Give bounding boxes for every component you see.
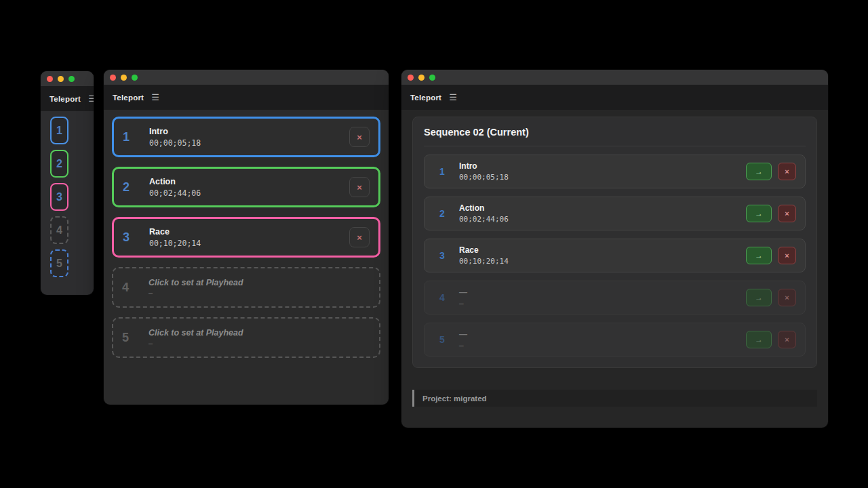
project-status-bar: Project: migrated xyxy=(412,390,817,407)
cue-name: Race xyxy=(149,227,201,237)
minimize-button[interactable] xyxy=(418,75,425,81)
sequence-row-4: 4 — – → × xyxy=(424,281,806,314)
cue-placeholder: Click to set at Playhead xyxy=(149,278,243,287)
app-title: Teleport xyxy=(50,95,81,103)
zoom-button[interactable] xyxy=(132,75,138,81)
cue-placeholder: Click to set at Playhead xyxy=(149,328,243,338)
row-info: Intro 00;00;05;18 xyxy=(459,161,509,182)
sequence-panel: Sequence 02 (Current) 1 Intro 00;00;05;1… xyxy=(412,117,817,368)
row-actions: → × xyxy=(746,289,796,306)
divider xyxy=(424,146,806,146)
cue-item-3[interactable]: 3 Race 00;10;20;14 × xyxy=(112,217,380,258)
teleport-manager-window: Teleport ☰ Sequence 02 (Current) 1 Intro… xyxy=(401,70,828,428)
zoom-button[interactable] xyxy=(68,76,75,82)
close-button[interactable] xyxy=(408,75,414,81)
row-timecode: – xyxy=(459,341,467,350)
sequence-row-1: 1 Intro 00;00;05;18 → × xyxy=(424,155,806,188)
remove-cue-2-button[interactable]: × xyxy=(778,205,796,222)
go-to-cue-3-button[interactable]: → xyxy=(746,247,772,264)
titlebar[interactable] xyxy=(104,70,389,85)
row-number: 1 xyxy=(433,166,451,177)
go-to-cue-4-button[interactable]: → xyxy=(746,289,772,306)
row-name: Intro xyxy=(459,161,509,171)
row-info: Action 00;02;44;06 xyxy=(459,203,509,224)
row-name: — xyxy=(459,287,467,297)
cue-info: Action 00;02;44;06 xyxy=(149,177,201,198)
cue-item-5[interactable]: 5 Click to set at Playhead – xyxy=(112,317,380,358)
cue-number: 5 xyxy=(122,331,140,345)
cue-timecode: 00;10;20;14 xyxy=(149,239,201,248)
remove-cue-1-button[interactable]: × xyxy=(778,163,796,180)
row-number: 3 xyxy=(433,250,451,261)
sequence-row-5: 5 — – → × xyxy=(424,323,806,357)
remove-cue-3-button[interactable]: × xyxy=(778,247,796,264)
remove-cue-4-button[interactable]: × xyxy=(778,289,796,306)
row-number: 4 xyxy=(433,292,451,303)
cue-info: Click to set at Playhead – xyxy=(149,328,243,347)
hamburger-menu-icon[interactable]: ☰ xyxy=(151,93,159,102)
sequence-row-3: 3 Race 00;10;20;14 → × xyxy=(424,239,806,272)
row-timecode: – xyxy=(459,299,467,308)
desktop: Teleport ☰ 1 2 3 4 5 Teleport ☰ 1 Intro xyxy=(0,0,868,488)
cue-item-1[interactable]: 1 Intro 00;00;05;18 × xyxy=(112,117,380,157)
mini-slot-2[interactable]: 2 xyxy=(50,150,68,178)
remove-cue-2-button[interactable]: × xyxy=(349,177,370,197)
mini-slot-4[interactable]: 4 xyxy=(50,216,68,244)
cue-name: Intro xyxy=(149,127,201,136)
row-timecode: 00;10;20;14 xyxy=(459,257,509,266)
close-button[interactable] xyxy=(110,75,116,81)
cue-number: 4 xyxy=(122,281,140,295)
row-actions: → × xyxy=(746,205,796,222)
cue-item-4[interactable]: 4 Click to set at Playhead – xyxy=(112,267,380,308)
row-name: — xyxy=(459,329,467,339)
hamburger-menu-icon[interactable]: ☰ xyxy=(88,94,94,103)
mini-slot-list: 1 2 3 4 5 xyxy=(41,111,94,277)
minimize-button[interactable] xyxy=(58,76,64,82)
teleport-mini-window: Teleport ☰ 1 2 3 4 5 xyxy=(41,71,94,295)
cue-info: Race 00;10;20;14 xyxy=(149,227,201,248)
hamburger-menu-icon[interactable]: ☰ xyxy=(449,93,457,102)
close-button[interactable] xyxy=(47,76,53,82)
app-title: Teleport xyxy=(410,94,441,102)
titlebar[interactable] xyxy=(41,71,94,86)
mini-slot-1[interactable]: 1 xyxy=(50,117,68,144)
cue-list: 1 Intro 00;00;05;18 × 2 Action 00;02;44;… xyxy=(104,110,389,358)
row-actions: → × xyxy=(746,247,796,264)
row-number: 2 xyxy=(433,208,451,219)
titlebar[interactable] xyxy=(401,70,828,85)
teleport-list-window: Teleport ☰ 1 Intro 00;00;05;18 × 2 Actio… xyxy=(104,70,389,405)
row-info: — – xyxy=(459,287,467,308)
app-header: Teleport ☰ xyxy=(401,85,828,110)
row-timecode: 00;00;05;18 xyxy=(459,173,509,182)
app-header: Teleport ☰ xyxy=(41,86,94,111)
cue-empty-dash: – xyxy=(149,339,243,347)
minimize-button[interactable] xyxy=(121,75,127,81)
remove-cue-3-button[interactable]: × xyxy=(349,227,370,247)
cue-info: Click to set at Playhead – xyxy=(149,278,243,297)
mini-slot-5[interactable]: 5 xyxy=(50,249,68,277)
cue-name: Action xyxy=(149,177,201,186)
sequence-row-2: 2 Action 00;02;44;06 → × xyxy=(424,197,806,230)
sequence-title: Sequence 02 (Current) xyxy=(424,127,806,138)
cue-number: 3 xyxy=(123,230,140,245)
row-name: Action xyxy=(459,203,509,213)
zoom-button[interactable] xyxy=(429,75,435,81)
go-to-cue-1-button[interactable]: → xyxy=(746,163,772,180)
row-info: — – xyxy=(459,329,467,350)
cue-info: Intro 00;00;05;18 xyxy=(149,127,201,148)
cue-empty-dash: – xyxy=(149,289,243,297)
app-header: Teleport ☰ xyxy=(104,85,389,110)
cue-timecode: 00;02;44;06 xyxy=(149,188,201,198)
row-actions: → × xyxy=(746,163,796,180)
go-to-cue-2-button[interactable]: → xyxy=(746,205,772,222)
cue-number: 1 xyxy=(123,130,140,144)
remove-cue-5-button[interactable]: × xyxy=(778,331,796,348)
mini-slot-3[interactable]: 3 xyxy=(50,183,68,211)
go-to-cue-5-button[interactable]: → xyxy=(746,331,772,348)
remove-cue-1-button[interactable]: × xyxy=(349,127,370,147)
cue-timecode: 00;00;05;18 xyxy=(149,138,201,148)
row-timecode: 00;02;44;06 xyxy=(459,215,509,224)
row-number: 5 xyxy=(433,334,451,345)
cue-number: 2 xyxy=(123,180,140,195)
cue-item-2[interactable]: 2 Action 00;02;44;06 × xyxy=(112,167,380,207)
